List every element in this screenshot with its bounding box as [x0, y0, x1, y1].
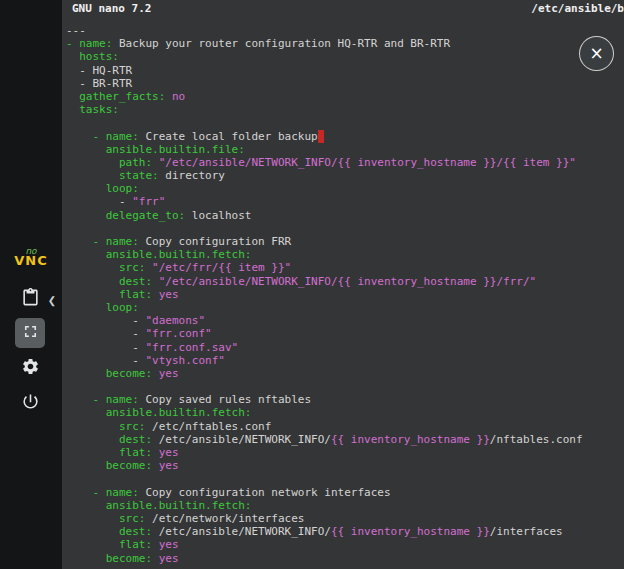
terminal-line: loop:: [66, 301, 624, 314]
novnc-logo-vnc: VNC: [0, 256, 62, 266]
terminal-line: - name: Copy saved rules nftables: [66, 393, 624, 406]
terminal-line: - name: Copy configuration network inter…: [66, 486, 624, 499]
clipboard-button[interactable]: [15, 284, 45, 314]
chevron-left-icon: ❮: [48, 295, 56, 306]
terminal-line: loop:: [66, 182, 624, 195]
gear-icon: [21, 357, 40, 379]
fullscreen-button[interactable]: [15, 318, 45, 348]
terminal-line: hosts:: [66, 50, 624, 63]
terminal-line: src: "/etc/frr/{{ item }}": [66, 261, 624, 274]
novnc-logo: no VNC: [0, 246, 62, 266]
terminal-line: ---: [66, 24, 624, 37]
terminal-line: flat: yes: [66, 288, 624, 301]
terminal-line: dest: /etc/ansible/NETWORK_INFO/{{ inven…: [66, 525, 624, 538]
nano-titlebar: GNU nano 7.2 /etc/ansible/b: [62, 0, 624, 18]
disconnect-button[interactable]: [15, 388, 45, 418]
terminal-line: become: yes: [66, 459, 624, 472]
terminal-line: dest: /etc/ansible/NETWORK_INFO/{{ inven…: [66, 433, 624, 446]
terminal-line: src: /etc/network/interfaces: [66, 512, 624, 525]
terminal-line: flat: yes: [66, 538, 624, 551]
terminal-line: ansible.builtin.fetch:: [66, 248, 624, 261]
terminal-line: [66, 472, 624, 485]
terminal-line: ansible.builtin.fetch:: [66, 406, 624, 419]
terminal-line: - "daemons": [66, 314, 624, 327]
controlbar-collapse-handle[interactable]: ❮: [44, 290, 60, 310]
terminal-line: - "frr.conf.sav": [66, 341, 624, 354]
terminal-line: become: yes: [66, 552, 624, 565]
terminal-line: [66, 222, 624, 235]
terminal-line: flat: yes: [66, 446, 624, 459]
file-path: /etc/ansible/b: [531, 2, 624, 15]
terminal-line: gather_facts: no: [66, 90, 624, 103]
terminal-line: - name: Create local folder backup: [66, 130, 624, 143]
terminal-line: become: yes: [66, 367, 624, 380]
terminal-line: - name: Copy configuration FRR: [66, 235, 624, 248]
terminal-line: ansible.builtin.file:: [66, 143, 624, 156]
terminal-line: - BR-RTR: [66, 77, 624, 90]
terminal-line: - "vtysh.conf": [66, 354, 624, 367]
fullscreen-icon: [21, 322, 40, 344]
power-icon: [21, 392, 40, 414]
close-button[interactable]: ×: [579, 36, 614, 71]
terminal-line: ansible.builtin.fetch:: [66, 499, 624, 512]
nano-version: GNU nano 7.2: [72, 2, 151, 15]
terminal-line: [66, 116, 624, 129]
terminal-line: - HQ-RTR: [66, 64, 624, 77]
clipboard-icon: [21, 288, 40, 310]
vnc-sidebar: no VNC ❮: [0, 0, 62, 569]
terminal-line: state: directory: [66, 169, 624, 182]
terminal-line: [66, 380, 624, 393]
settings-button[interactable]: [15, 353, 45, 383]
terminal-line: src: /etc/nftables.conf: [66, 420, 624, 433]
terminal-line: - "frr.conf": [66, 327, 624, 340]
terminal-line: dest: "/etc/ansible/NETWORK_INFO/{{ inve…: [66, 275, 624, 288]
terminal-line: - "frr": [66, 195, 624, 208]
editor-content: ---- name: Backup your router configurat…: [62, 18, 624, 565]
terminal-line: path: "/etc/ansible/NETWORK_INFO/{{ inve…: [66, 156, 624, 169]
close-icon: ×: [589, 45, 603, 62]
terminal-line: delegate_to: localhost: [66, 209, 624, 222]
terminal-line: tasks:: [66, 103, 624, 116]
terminal[interactable]: GNU nano 7.2 /etc/ansible/b ---- name: B…: [62, 0, 624, 569]
terminal-line: - name: Backup your router configuration…: [66, 37, 624, 50]
